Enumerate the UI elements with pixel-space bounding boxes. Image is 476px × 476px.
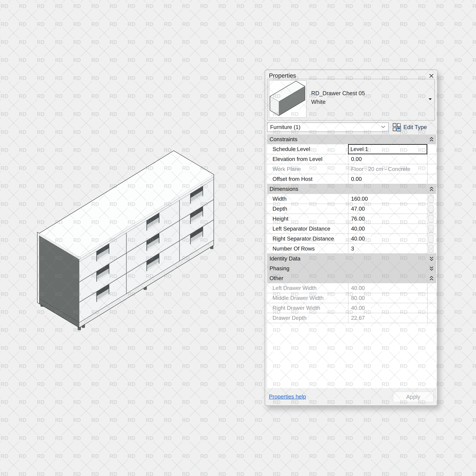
edit-type-button[interactable]: Edit Type <box>392 122 427 132</box>
param-value-schedule-level[interactable]: Level 1 <box>348 144 427 154</box>
associate-cell <box>427 224 434 234</box>
associate-cell <box>427 204 434 214</box>
table-row: Number Of Rows 3 <box>267 244 436 254</box>
section-label: Identity Data <box>270 255 301 262</box>
param-label: Height <box>267 214 348 223</box>
collapse-up-icon <box>429 137 434 142</box>
section-header-other[interactable]: Other <box>267 273 436 283</box>
collapse-up-icon <box>429 187 434 192</box>
close-icon[interactable] <box>429 73 434 79</box>
associate-cell <box>427 174 434 184</box>
associate-cell <box>427 293 434 303</box>
edit-type-label: Edit Type <box>403 124 427 130</box>
param-value-number-of-rows[interactable]: 3 <box>348 244 427 254</box>
param-label: Right Drawer Width <box>267 303 348 313</box>
param-value-drawer-depth: 22.67 <box>348 313 427 323</box>
param-value-depth[interactable]: 47.00 <box>348 204 427 214</box>
revit-canvas: Properties RD_Drawer Chest 05 White <box>0 0 476 476</box>
type-name: RD_Drawer Chest 05 White <box>311 89 365 106</box>
param-value-offset-host[interactable]: 0.00 <box>348 174 427 184</box>
type-dropdown-arrow-icon[interactable] <box>428 98 432 101</box>
type-family-name: RD_Drawer Chest 05 <box>311 89 365 98</box>
param-label: Offset from Host <box>267 174 348 184</box>
properties-panel: Properties RD_Drawer Chest 05 White <box>265 70 438 406</box>
table-row: Left Separator Distance 40.00 <box>267 224 436 234</box>
associate-cell <box>427 244 434 254</box>
associate-cell <box>427 234 434 243</box>
associate-param-button[interactable] <box>428 195 433 203</box>
table-row: Right Separator Distance 40.00 <box>267 234 436 244</box>
table-row: Work Plane Floor : 20 cm - Concrete <box>267 164 436 174</box>
table-row: Drawer Depth 22.67 <box>267 313 436 323</box>
section-label: Other <box>270 275 283 281</box>
associate-cell <box>427 154 434 164</box>
section-header-identity-data[interactable]: Identity Data <box>267 254 436 264</box>
associate-cell <box>427 303 434 313</box>
type-thumbnail-icon <box>269 81 306 118</box>
table-row: Left Drawer Width 40.00 <box>267 283 436 293</box>
type-thumbnail <box>269 80 306 118</box>
section-header-dimensions[interactable]: Dimensions <box>267 184 436 194</box>
apply-button[interactable]: Apply <box>393 391 433 402</box>
section-header-constraints[interactable]: Constraints <box>267 135 436 144</box>
associate-cell <box>427 283 434 293</box>
table-row: Offset from Host 0.00 <box>267 174 436 184</box>
param-value-middle-drawer-width: 80.00 <box>348 293 427 303</box>
param-value-elevation[interactable]: 0.00 <box>348 154 427 164</box>
table-row: Middle Drawer Width 80.00 <box>267 293 436 303</box>
param-value-work-plane: Floor : 20 cm - Concrete <box>348 164 427 174</box>
associate-cell <box>427 194 434 204</box>
table-row: Schedule Level Level 1 <box>267 144 436 154</box>
associate-param-button[interactable] <box>428 215 433 223</box>
section-label: Constraints <box>270 136 297 142</box>
associate-param-button[interactable] <box>428 245 433 253</box>
param-value-width[interactable]: 160.00 <box>348 194 427 204</box>
edit-type-icon <box>392 123 401 132</box>
associate-cell <box>427 144 434 154</box>
associate-param-button[interactable] <box>428 225 433 233</box>
table-row: Right Drawer Width 40.00 <box>267 303 436 313</box>
parameter-grid: Constraints Schedule Level Level 1 Eleva… <box>267 135 436 388</box>
associate-cell <box>427 164 434 174</box>
param-label: Width <box>267 194 348 204</box>
param-label: Work Plane <box>267 164 348 174</box>
associate-param-button[interactable] <box>428 205 433 213</box>
associate-param-button[interactable] <box>428 235 433 243</box>
param-value-right-drawer-width: 40.00 <box>348 303 427 313</box>
associate-cell <box>427 313 434 323</box>
expand-down-icon <box>429 256 434 261</box>
param-value-left-drawer-width: 40.00 <box>348 283 427 293</box>
param-value-height[interactable]: 76.00 <box>348 214 427 223</box>
associate-cell <box>427 214 434 223</box>
chevron-down-icon <box>381 126 386 129</box>
table-row: Elevation from Level 0.00 <box>267 154 436 164</box>
properties-help-link[interactable]: Properties help <box>269 394 306 400</box>
param-value-right-separator[interactable]: 40.00 <box>348 234 427 243</box>
param-label: Drawer Depth <box>267 313 348 323</box>
table-row: Height 76.00 <box>267 214 436 224</box>
section-label: Dimensions <box>270 186 298 192</box>
param-label: Elevation from Level <box>267 154 348 164</box>
param-label: Left Separator Distance <box>267 224 348 234</box>
type-variant-name: White <box>311 98 365 106</box>
category-filter-select[interactable]: Furniture (1) <box>267 122 389 132</box>
param-label: Left Drawer Width <box>267 283 348 293</box>
section-header-phasing[interactable]: Phasing <box>267 264 436 273</box>
panel-title: Properties <box>269 72 296 79</box>
section-label: Phasing <box>270 265 289 272</box>
param-label: Middle Drawer Width <box>267 293 348 303</box>
type-selector[interactable]: RD_Drawer Chest 05 White <box>267 79 435 120</box>
expand-down-icon <box>429 266 434 271</box>
param-value-left-separator[interactable]: 40.00 <box>348 224 427 234</box>
param-label: Number Of Rows <box>267 244 348 254</box>
param-label: Depth <box>267 204 348 214</box>
table-row: Width 160.00 <box>267 194 436 204</box>
table-row: Depth 47.00 <box>267 204 436 214</box>
collapse-up-icon <box>429 276 434 281</box>
param-label: Schedule Level <box>267 144 348 154</box>
category-filter-value: Furniture (1) <box>270 124 301 130</box>
param-label: Right Separator Distance <box>267 234 348 243</box>
